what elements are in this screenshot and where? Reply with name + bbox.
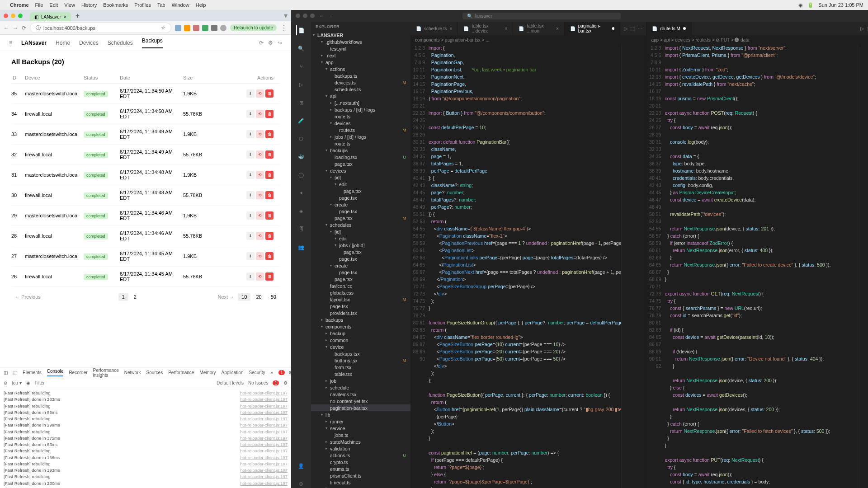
dt-tab-application[interactable]: Application	[222, 370, 244, 375]
col-status[interactable]: Status	[84, 75, 120, 80]
tree-file[interactable]: navitems.tsx	[311, 391, 410, 398]
project-root[interactable]: ▾LANSAVER	[311, 32, 410, 38]
menu-window[interactable]: Window	[172, 2, 189, 8]
console-output[interactable]: [Fast Refresh] rebuildinghot-reloader-cl…	[0, 388, 291, 488]
dt-tabs-overflow-icon[interactable]: »	[271, 370, 274, 375]
dt-tab-recorder[interactable]: Recorder	[69, 370, 87, 375]
download-button[interactable]: ⬇	[246, 89, 255, 98]
restore-button[interactable]: ⟲	[256, 89, 264, 98]
search-activity-icon[interactable]: 🔍	[296, 43, 306, 53]
col-device[interactable]: Device	[25, 75, 84, 80]
tree-file[interactable]: actions.tsU	[311, 452, 410, 459]
tree-file[interactable]: layout.tsxM	[311, 296, 410, 303]
download-button[interactable]: ⬇	[246, 171, 255, 179]
delete-button[interactable]: 🗑	[265, 232, 274, 240]
tree-file[interactable]: jobs.ts	[311, 432, 410, 438]
tree-file[interactable]: page.tsx	[311, 194, 410, 201]
download-button[interactable]: ⬇	[246, 191, 255, 199]
delete-button[interactable]: 🗑	[265, 211, 274, 220]
context-dropdown[interactable]: top ▾	[12, 380, 22, 385]
mobile-menu-icon[interactable]: ≡	[9, 40, 12, 46]
code-left[interactable]: import { Pagination, PaginationGap, Pagi…	[429, 44, 621, 488]
tree-file[interactable]: page.tsx	[311, 269, 410, 276]
editor-tab[interactable]: 📄route.ts M	[646, 22, 691, 35]
no-issues[interactable]: No Issues	[248, 380, 268, 385]
tree-folder[interactable]: ▾actions	[311, 66, 410, 72]
site-info-icon[interactable]: ⓘ	[36, 24, 41, 31]
ext-icon[interactable]	[211, 25, 217, 31]
restore-button[interactable]: ⟲	[256, 272, 264, 281]
scm-icon[interactable]: ⑂	[296, 61, 306, 71]
tree-file[interactable]: route.tsM	[311, 127, 410, 133]
address-bar[interactable]: ⓘ localhost:4000/backups ☆	[30, 23, 171, 33]
logout-icon[interactable]: ↪	[278, 40, 282, 46]
tree-folder[interactable]: ▾edit	[311, 235, 410, 242]
console-source-link[interactable]: hot-reloader-client.js:197	[240, 474, 288, 480]
dt-tab-security[interactable]: Security	[249, 370, 265, 375]
restore-button[interactable]: ⟲	[256, 211, 264, 220]
nav-devices[interactable]: Devices	[79, 40, 99, 46]
tree-folder[interactable]: ▾devices	[311, 120, 410, 127]
account-icon[interactable]: 👤	[296, 461, 306, 471]
pagesize-50[interactable]: 50	[267, 293, 280, 301]
cell-device[interactable]: firewall.local	[25, 274, 84, 279]
dt-tab-elements[interactable]: Elements	[23, 370, 42, 375]
restore-button[interactable]: ⟲	[256, 252, 264, 260]
ext-icon[interactable]	[202, 25, 208, 31]
prev-page-link[interactable]: ← Previous	[11, 292, 44, 301]
tree-file[interactable]: page.tsxM	[311, 215, 410, 221]
page-1[interactable]: 1	[118, 293, 128, 301]
tree-folder[interactable]: ▸validation	[311, 445, 410, 452]
download-button[interactable]: ⬇	[246, 232, 255, 240]
console-source-link[interactable]: hot-reloader-client.js:197	[240, 429, 288, 435]
eye-icon[interactable]: ◉	[26, 380, 30, 385]
tree-file[interactable]: page.tsx	[311, 188, 410, 194]
clear-console-icon[interactable]: ⊘	[4, 380, 7, 385]
app-brand[interactable]: LANsaver	[21, 40, 47, 46]
pagesize-20[interactable]: 20	[252, 293, 265, 301]
remote-icon[interactable]: ⬡	[296, 134, 306, 144]
restore-button[interactable]: ⟲	[256, 171, 264, 179]
tree-folder[interactable]: ▾service	[311, 425, 410, 432]
restore-button[interactable]: ⟲	[256, 191, 264, 199]
run-icon[interactable]: ▷	[624, 26, 627, 32]
tree-file[interactable]: buttons.tsxM	[311, 357, 410, 364]
clock[interactable]: Sun Jun 23 1:05 PM	[818, 2, 863, 8]
gitlens-icon[interactable]: ◈	[296, 206, 306, 216]
cell-device[interactable]: firewall.local	[25, 152, 84, 157]
tree-folder[interactable]: ▸common	[311, 337, 410, 343]
explorer-icon[interactable]: 📄	[296, 25, 306, 35]
console-source-link[interactable]: hot-reloader-client.js:197	[240, 461, 288, 467]
tree-file[interactable]: crypto.ts	[311, 459, 410, 465]
dt-tab-console[interactable]: Console	[47, 369, 64, 376]
tree-file[interactable]: no-content-yet.tsx	[311, 398, 410, 404]
nav-home[interactable]: Home	[56, 40, 70, 46]
menu-tab[interactable]: Tab	[157, 2, 165, 8]
tree-folder[interactable]: ▾components	[311, 323, 410, 330]
docker-icon[interactable]: 🐳	[296, 152, 306, 162]
delete-button[interactable]: 🗑	[265, 150, 274, 159]
browser-tab[interactable]: ◧ LANsaver ×	[30, 12, 71, 21]
tree-file[interactable]: test.yml	[311, 45, 410, 52]
download-button[interactable]: ⬇	[246, 150, 255, 159]
download-button[interactable]: ⬇	[246, 252, 255, 260]
delete-button[interactable]: 🗑	[265, 89, 274, 98]
console-source-link[interactable]: hot-reloader-client.js:197	[240, 403, 288, 409]
issues-count[interactable]: 1	[273, 380, 279, 385]
extensions-icon[interactable]: ⊞	[296, 98, 306, 108]
tree-file[interactable]: enums.ts	[311, 465, 410, 472]
test-icon[interactable]: 🧪	[296, 116, 306, 126]
relaunch-button[interactable]: Relaunch to update	[230, 24, 277, 31]
ext-icon[interactable]	[193, 25, 199, 31]
new-tab-button[interactable]: +	[75, 12, 80, 20]
battery-icon[interactable]: 🔋	[807, 2, 814, 8]
tree-folder[interactable]: ▾[id]	[311, 228, 410, 235]
console-source-link[interactable]: hot-reloader-client.js:197	[240, 416, 288, 422]
download-button[interactable]: ⬇	[246, 110, 255, 118]
cell-device[interactable]: firewall.local	[25, 111, 84, 117]
col-date[interactable]: Date	[120, 75, 183, 80]
split-icon[interactable]: ⬚	[630, 26, 635, 32]
github-icon[interactable]: ◯	[296, 170, 306, 180]
share-icon[interactable]: ☆	[161, 25, 165, 31]
window-controls[interactable]	[4, 14, 23, 18]
